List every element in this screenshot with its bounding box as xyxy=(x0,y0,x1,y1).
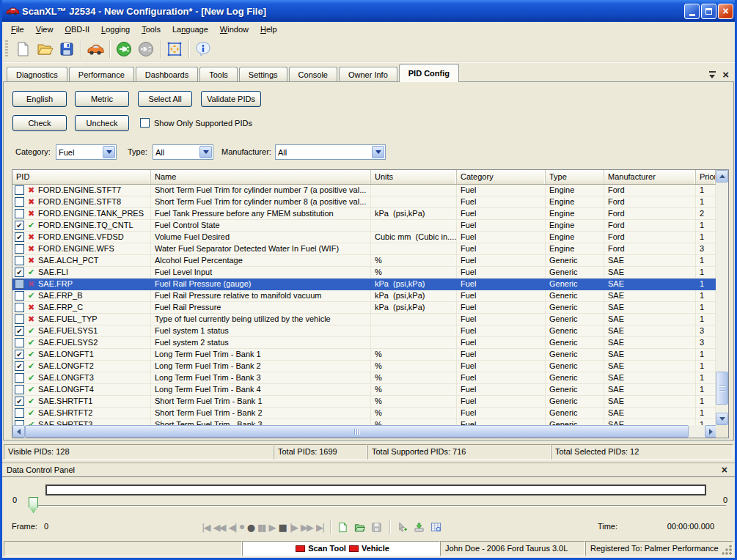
skip-end-button[interactable]: ▶| xyxy=(316,523,323,532)
menu-language[interactable]: Language xyxy=(166,23,214,35)
row-checkbox[interactable]: ✔ xyxy=(15,361,24,371)
table-row[interactable]: ✔SAE.FUELSYS2Fuel system 2 statusFuelGen… xyxy=(12,337,716,349)
tab-diagnostics[interactable]: Diagnostics xyxy=(7,67,67,82)
menu-help[interactable]: Help xyxy=(254,23,283,35)
disconnect-icon[interactable] xyxy=(135,39,157,59)
stop-button[interactable]: ■ xyxy=(278,523,285,532)
dashboard-designer-icon[interactable] xyxy=(164,39,186,59)
toolbar-grip[interactable] xyxy=(5,40,8,58)
row-checkbox[interactable] xyxy=(15,338,24,347)
column-header-type[interactable]: Type xyxy=(546,170,604,184)
table-row[interactable]: ✖FORD.ENGINE.WFSWater Fuel Separator Det… xyxy=(12,243,716,255)
table-row[interactable]: ✖FORD.ENGINE.STFT7Short Term Fuel Trim f… xyxy=(12,185,716,196)
category-select[interactable]: Fuel xyxy=(56,144,117,160)
row-checkbox[interactable]: ✔ xyxy=(15,326,24,336)
record-button[interactable]: ● xyxy=(247,523,254,532)
row-checkbox[interactable] xyxy=(15,373,24,383)
select-all-button[interactable]: Select All xyxy=(138,91,192,107)
table-row[interactable]: ✔✔SAE.LONGFT2Long Term Fuel Trim - Bank … xyxy=(12,361,716,372)
row-checkbox[interactable] xyxy=(15,279,24,289)
row-checkbox[interactable] xyxy=(15,420,24,425)
play-button[interactable]: ▶ xyxy=(268,523,274,532)
row-checkbox[interactable] xyxy=(15,197,24,207)
row-checkbox[interactable] xyxy=(15,209,24,218)
table-row[interactable]: ✖SAE.FRP_CFuel Rail PressurekPa (psi,kPa… xyxy=(12,302,716,314)
menu-file[interactable]: File xyxy=(5,23,30,35)
table-row[interactable]: ✔✔SAE.SHRTFT1Short Term Fuel Trim - Bank… xyxy=(12,396,716,408)
show-only-supported-checkbox[interactable] xyxy=(140,118,150,128)
tab-settings[interactable]: Settings xyxy=(239,67,287,82)
tab-scroll-menu-icon[interactable] xyxy=(709,71,716,77)
about-info-icon[interactable] xyxy=(192,39,214,59)
column-header-name[interactable]: Name xyxy=(151,170,371,184)
connect-icon[interactable] xyxy=(113,39,135,59)
tab-dashboards[interactable]: Dashboards xyxy=(136,67,198,82)
scroll-up-icon[interactable] xyxy=(716,170,728,183)
table-row[interactable]: ✖SAE.ALCH_PCTAlcohol Fuel Percentage%Fue… xyxy=(12,255,716,267)
skip-start-button[interactable]: |◀ xyxy=(202,523,209,532)
column-header-manufacturer[interactable]: Manufacturer xyxy=(604,170,696,184)
table-row[interactable]: ✔✔SAE.FUELSYS1Fuel system 1 statusFuelGe… xyxy=(12,325,716,337)
tab-owner-info[interactable]: Owner Info xyxy=(339,67,397,82)
check-button[interactable]: Check xyxy=(12,115,67,131)
column-header-units[interactable]: Units xyxy=(371,170,457,184)
column-header-pid[interactable]: PID xyxy=(12,170,151,184)
fast-forward-button[interactable]: ▶▶ xyxy=(301,523,312,532)
new-log-icon[interactable] xyxy=(337,520,350,534)
menu-tools[interactable]: Tools xyxy=(136,23,166,35)
row-checkbox[interactable] xyxy=(15,185,24,195)
export-icon[interactable] xyxy=(413,520,426,534)
record-ready-button[interactable]: ● xyxy=(240,524,243,530)
row-checkbox[interactable]: ✔ xyxy=(15,268,24,277)
position-slider-track[interactable] xyxy=(34,505,726,506)
vertical-scrollbar[interactable] xyxy=(716,170,728,425)
row-checkbox[interactable]: ✔ xyxy=(15,350,24,359)
metric-button[interactable]: Metric xyxy=(75,91,129,107)
menu-logging[interactable]: Logging xyxy=(95,23,136,35)
step-forward-button[interactable]: |▶ xyxy=(290,523,297,532)
table-row[interactable]: ✖FORD.ENGINE.STFT8Short Term Fuel Trim f… xyxy=(12,196,716,208)
column-header-priority[interactable]: Priority xyxy=(696,170,716,184)
tab-performance[interactable]: Performance xyxy=(69,67,134,82)
row-checkbox[interactable] xyxy=(15,291,24,301)
table-row[interactable]: ✔SAE.LONGFT3Long Term Fuel Trim - Bank 3… xyxy=(12,372,716,384)
vehicle-icon[interactable] xyxy=(84,39,106,59)
close-button[interactable]: × xyxy=(718,4,733,19)
column-header-category[interactable]: Category xyxy=(457,170,546,184)
scroll-left-icon[interactable] xyxy=(12,425,25,438)
tab-console[interactable]: Console xyxy=(289,67,337,82)
save-log-icon[interactable] xyxy=(370,520,384,534)
row-checkbox[interactable] xyxy=(15,256,24,265)
table-row[interactable]: ✔✖FORD.ENGINE.VFDSDVolume Fuel DesiredCu… xyxy=(12,232,716,243)
resize-grip[interactable] xyxy=(722,545,732,555)
pause-button[interactable]: ▮▮ xyxy=(257,523,265,532)
table-row[interactable]: ✖FORD.ENGINE.TANK_PRESFuel Tank Pressure… xyxy=(12,208,716,220)
table-row[interactable]: ✖SAE.FUEL_TYPType of fuel currently bein… xyxy=(12,314,716,325)
tab-close-icon[interactable]: × xyxy=(722,69,729,80)
tab-tools[interactable]: Tools xyxy=(199,67,238,82)
menu-view[interactable]: View xyxy=(30,23,59,35)
table-row[interactable]: ✔SAE.FRP_BFuel Rail Pressure relative to… xyxy=(12,290,716,302)
type-select[interactable]: All xyxy=(153,144,213,160)
row-checkbox[interactable] xyxy=(15,408,24,418)
horizontal-scroll-thumb[interactable] xyxy=(25,425,689,438)
row-checkbox[interactable] xyxy=(15,244,24,254)
table-row[interactable]: ✔SAE.SHRTFT2Short Term Fuel Trim - Bank … xyxy=(12,408,716,419)
row-checkbox[interactable]: ✔ xyxy=(15,221,24,230)
scroll-down-icon[interactable] xyxy=(716,413,728,425)
row-checkbox[interactable]: ✔ xyxy=(15,397,24,406)
rewind-button[interactable]: ◀◀ xyxy=(213,523,224,532)
table-row[interactable]: ✔✔SAE.LONGFT1Long Term Fuel Trim - Bank … xyxy=(12,349,716,361)
table-row[interactable]: ✔✔FORD.ENGINE.TQ_CNTLFuel Control StateF… xyxy=(12,220,716,232)
horizontal-scrollbar[interactable] xyxy=(12,425,717,438)
vertical-scroll-thumb[interactable] xyxy=(716,372,728,405)
marker-add-icon[interactable] xyxy=(396,520,409,534)
uncheck-button[interactable]: Uncheck xyxy=(75,115,129,131)
row-checkbox[interactable] xyxy=(15,314,24,324)
open-log-icon[interactable] xyxy=(353,520,367,534)
open-file-icon[interactable] xyxy=(34,39,56,59)
table-row[interactable]: ✔✔SAE.FLIFuel Level Input%FuelGenericSAE… xyxy=(12,267,716,279)
save-file-icon[interactable] xyxy=(56,39,78,59)
table-row[interactable]: ✔SAE.SHRTFT3Short Term Fuel Trim - Bank … xyxy=(12,419,716,425)
validate-pids-button[interactable]: Validate PIDs xyxy=(201,91,261,107)
